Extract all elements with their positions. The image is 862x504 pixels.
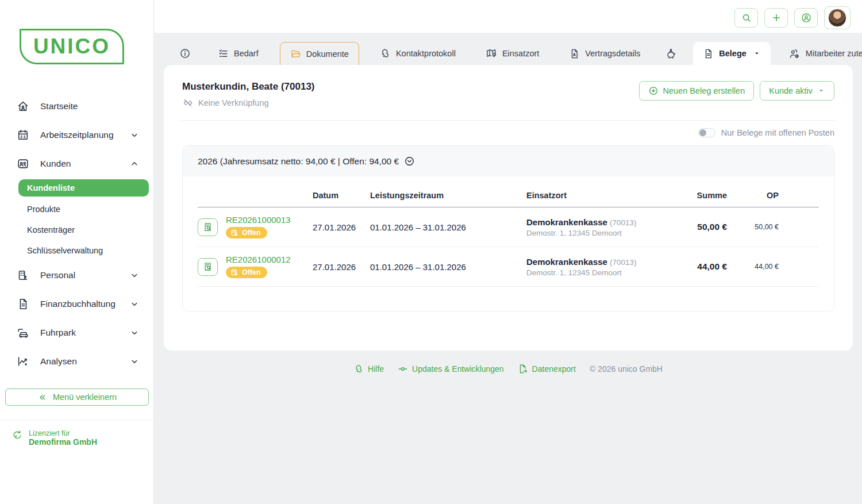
open-items-toggle[interactable]: [698, 128, 715, 137]
add-button[interactable]: [764, 8, 788, 28]
cell-period: 01.01.2026 – 31.01.2026: [370, 262, 526, 272]
tab-belege[interactable]: Belege: [693, 42, 771, 65]
map-pin-icon: [486, 48, 497, 59]
card-header: Musterkundin, Beate (70013) Keine Verknü…: [164, 65, 853, 109]
sidebar-item-label: Finanzbuchhaltung: [40, 299, 116, 309]
tab-piggy-bank[interactable]: [658, 42, 684, 65]
tab-mitarbeiter-zuteilen[interactable]: Mitarbeiter zuteilen: [779, 42, 862, 65]
cell-sum: 50,00 €: [658, 222, 727, 232]
cell-date: 27.01.2026: [313, 262, 370, 272]
commit-icon: [398, 364, 408, 374]
document-number-link[interactable]: RE20261000013: [226, 215, 291, 225]
file-icon: [17, 298, 29, 310]
document-number-link[interactable]: RE20261000012: [226, 255, 291, 264]
account-button[interactable]: [794, 8, 818, 28]
sidebar-item-label: Kunden: [40, 159, 71, 169]
column-header-einsatzort: Einsatzort: [526, 191, 658, 200]
create-document-label: Neuen Beleg erstellen: [663, 86, 745, 95]
create-document-button[interactable]: Neuen Beleg erstellen: [639, 81, 755, 101]
folder-icon: [290, 48, 301, 59]
users-icon: [17, 157, 29, 170]
tab-kontaktprotokoll[interactable]: Kontaktprotokoll: [370, 42, 465, 65]
cell-date: 27.01.2026: [313, 222, 370, 232]
sidebar-item-arbeitszeitplanung[interactable]: Arbeitszeitplanung: [0, 121, 153, 149]
sidebar-subitem-label: Kundenliste: [27, 183, 75, 193]
sidebar-item-finanzbuchhaltung[interactable]: Finanzbuchhaltung: [0, 290, 153, 318]
caret-down-icon: [817, 87, 825, 95]
view-document-button[interactable]: [198, 258, 218, 276]
year-group-header[interactable]: 2026 (Jahresumsatz netto: 94,00 € | Offe…: [183, 146, 834, 176]
cell-location-name: Demokrankenkasse: [526, 217, 607, 227]
chevron-down-icon: [129, 356, 140, 367]
open-items-toggle-label: Nur Belege mit offenen Posten: [721, 128, 834, 137]
cell-location-code: (70013): [610, 218, 637, 227]
sidebar-item-label: Arbeitszeitplanung: [40, 130, 114, 140]
footer-link-label: Hilfe: [368, 364, 384, 374]
status-badge-label: Offen: [242, 268, 261, 276]
sidebar-subitem-produkte[interactable]: Produkte: [0, 199, 153, 220]
tab-einsatzort[interactable]: Einsatzort: [476, 42, 549, 65]
sidebar-item-fuhrpark[interactable]: Fuhrpark: [0, 318, 153, 347]
sidebar-divider: [0, 420, 153, 420]
help-chat-icon: [353, 364, 364, 374]
profile-button[interactable]: [824, 6, 851, 29]
collapse-menu-label: Menü verkleinern: [53, 393, 117, 402]
sidebar-item-kunden[interactable]: Kunden: [0, 149, 153, 178]
status-badge: Offen: [226, 267, 267, 278]
tab-bar: Bedarf Dokumente Kontaktprotokoll Einsat…: [172, 42, 862, 65]
table-row: RE20261000012 Offen 27.01.2026 01.01.202…: [198, 247, 819, 287]
cell-op: 50,00 €: [727, 223, 779, 231]
footer-link-hilfe[interactable]: Hilfe: [353, 364, 384, 374]
tab-label: Vertragsdetails: [585, 49, 640, 58]
receipt-search-icon: [202, 261, 213, 272]
documents-table: Datum Leistungszeitraum Einsatzort Summe…: [183, 176, 834, 311]
year-group-title: 2026 (Jahresumsatz netto: 94,00 € | Offe…: [198, 156, 399, 167]
sidebar-subitem-kostentraeger[interactable]: Kostenträger: [0, 220, 153, 240]
receipt-search-icon: [202, 222, 213, 233]
footer-link-datenexport[interactable]: Datenexport: [518, 364, 576, 374]
unico-logo[interactable]: UNICO: [20, 29, 124, 64]
link-off-icon: [182, 97, 194, 109]
column-header-summe: Summe: [658, 191, 727, 200]
sidebar-subitem-kundenliste[interactable]: Kundenliste: [18, 179, 149, 197]
table-header-row: Datum Leistungszeitraum Einsatzort Summe…: [198, 176, 819, 207]
collapse-menu-button[interactable]: Menü verkleinern: [5, 388, 149, 406]
calendar-icon: [17, 129, 29, 141]
year-group-panel: 2026 (Jahresumsatz netto: 94,00 € | Offe…: [182, 145, 834, 311]
table-row: RE20261000013 Offen 27.01.2026 01.01.202…: [198, 207, 819, 247]
view-document-button[interactable]: [198, 218, 218, 236]
topbar-actions: [734, 6, 851, 29]
tab-bedarf[interactable]: Bedarf: [208, 42, 268, 65]
piggy-bank-icon: [665, 48, 677, 60]
column-header-leistungszeitraum: Leistungszeitraum: [370, 191, 526, 200]
tab-info[interactable]: [172, 42, 198, 65]
search-button[interactable]: [734, 8, 758, 28]
sidebar-item-startseite[interactable]: Startseite: [0, 92, 153, 121]
tab-label: Einsatzort: [502, 49, 539, 58]
tab-label: Kontaktprotokoll: [396, 49, 456, 58]
logo-text: UNICO: [33, 34, 110, 59]
sidebar-subitem-label: Schlüsselverwaltung: [27, 246, 103, 255]
cell-op: 44,00 €: [727, 263, 779, 271]
sidebar-item-analysen[interactable]: Analysen: [0, 347, 153, 376]
chart-icon: [17, 355, 29, 368]
cell-period: 01.01.2026 – 31.01.2026: [370, 222, 526, 232]
chevron-down-icon: [129, 299, 140, 309]
customer-status-button[interactable]: Kunde aktiv: [760, 81, 834, 101]
cell-location-address: Demostr. 1, 12345 Demoort: [526, 268, 658, 277]
cell-location-name: Demokrankenkasse: [526, 257, 607, 267]
cell-location-code: (70013): [610, 258, 637, 267]
sidebar-item-personal[interactable]: Personal: [0, 261, 153, 290]
sidebar-subitem-schluesselverwaltung[interactable]: Schlüsselverwaltung: [0, 240, 153, 261]
tab-vertragsdetails[interactable]: Vertragsdetails: [559, 42, 650, 65]
checklist-icon: [218, 48, 229, 59]
footer-link-updates[interactable]: Updates & Entwicklungen: [398, 364, 504, 374]
chevron-circle-down-icon[interactable]: [404, 156, 415, 167]
customer-detail-card: Musterkundin, Beate (70013) Keine Verknü…: [164, 65, 853, 351]
status-badge: Offen: [226, 227, 267, 238]
tab-dokumente[interactable]: Dokumente: [280, 42, 359, 65]
tab-label: Mitarbeiter zuteilen: [806, 49, 862, 58]
sidebar-nav: Startseite Arbeitszeitplanung Kunden Kun…: [0, 92, 153, 376]
sidebar-item-label: Startseite: [40, 101, 78, 111]
column-header-op: OP: [727, 191, 779, 200]
